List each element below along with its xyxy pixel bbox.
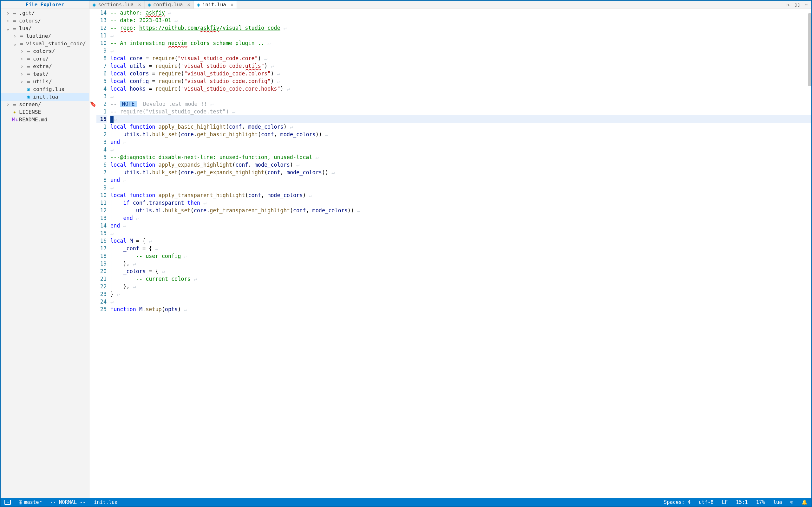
status-filetype[interactable]: lua [771, 499, 785, 505]
code-line[interactable]: │ _conf = { ↵ [110, 245, 811, 252]
code-line[interactable]: │ utils.hl.bulk_set(core.get_expands_hig… [110, 169, 811, 176]
close-icon[interactable]: × [231, 2, 234, 8]
code-line[interactable]: │ }, ↵ [110, 283, 811, 290]
tabs-bar: File Explorer ◉sections.lua×◉config.lua×… [1, 1, 811, 9]
tree-item-config-lua[interactable]: ◉config.lua [1, 86, 89, 93]
vim-mode: -- NORMAL -- [48, 499, 88, 505]
code-line[interactable]: │ _colors = { ↵ [110, 268, 811, 275]
tree-item-colors-[interactable]: ›▬colors/ [1, 17, 89, 25]
gutter-mark [90, 191, 96, 199]
split-editor-icon[interactable]: ▯▯ [794, 2, 800, 8]
code-line[interactable]: │ if conf.transparent then ↵ [110, 199, 811, 207]
tree-item-lualine-[interactable]: ›▬lualine/ [1, 32, 89, 40]
tree-item-label: colors/ [19, 17, 41, 25]
tree-item-LICENSE[interactable]: ✦LICENSE [1, 108, 89, 116]
code-line[interactable]: ↵ [110, 115, 811, 123]
line-number: 9 [96, 184, 107, 191]
gutter-mark [90, 268, 96, 275]
scrollbar[interactable] [808, 9, 811, 498]
code-line[interactable]: -- An interesting neovim colors scheme p… [110, 39, 811, 47]
code-line[interactable]: local function apply_expands_highlight(c… [110, 161, 811, 169]
code-line[interactable]: ↵ [110, 47, 811, 55]
tree-item-screen-[interactable]: ›▬screen/ [1, 101, 89, 108]
lua-file-icon: ◉ [93, 2, 96, 8]
code-line[interactable]: end ↵ [110, 138, 811, 146]
code-line[interactable]: │ utils.hl.bulk_set(core.get_basic_highl… [110, 130, 811, 138]
code-line[interactable]: -- author: askfiy ↵ [110, 9, 811, 16]
gutter-mark [90, 161, 96, 169]
code-line[interactable]: -- require("visual_studio_code.test") ↵ [110, 108, 811, 115]
code-line[interactable]: -- NOTE Develop test mode !! ↵ [110, 100, 811, 108]
tree-item-label: extra/ [33, 63, 52, 70]
code-line[interactable]: │ │ -- current colors ↵ [110, 275, 811, 283]
gutter-mark [90, 55, 96, 62]
code-line[interactable]: local function apply_basic_highlight(con… [110, 123, 811, 130]
code-line[interactable]: │ end ↵ [110, 214, 811, 222]
gutter-mark [90, 275, 96, 283]
tab-sections-lua[interactable]: ◉sections.lua× [90, 1, 145, 9]
more-icon[interactable]: ⋯ [805, 2, 808, 8]
code-line[interactable]: │ │ utils.hl.bulk_set(core.get_transpare… [110, 207, 811, 214]
status-position[interactable]: 15:1 [733, 499, 750, 505]
gutter-mark [90, 138, 96, 146]
code-line[interactable]: function M.setup(opts) ↵ [110, 305, 811, 313]
code-line[interactable]: end ↵ [110, 176, 811, 184]
code-line[interactable]: local colors = require("visual_studio_co… [110, 70, 811, 77]
tree-item-visual_studio_code-[interactable]: ⌄▬visual_studio_code/ [1, 40, 89, 48]
tree-item-utils-[interactable]: ›▬utils/ [1, 78, 89, 86]
status-spaces[interactable]: Spaces: 4 [661, 499, 693, 505]
line-number: 15 [96, 229, 107, 237]
line-number: 23 [96, 290, 107, 298]
code-line[interactable]: } ↵ [110, 290, 811, 298]
close-icon[interactable]: × [138, 2, 141, 8]
code-line[interactable]: local hooks = require("visual_studio_cod… [110, 85, 811, 93]
status-eol[interactable]: LF [719, 499, 730, 505]
tree-item--git-[interactable]: ›▬.git/ [1, 9, 89, 17]
code-line[interactable]: ↵ [110, 93, 811, 100]
tree-item-colors-[interactable]: ›▬colors/ [1, 48, 89, 55]
tab-init-lua[interactable]: ◉init.lua× [194, 1, 237, 9]
code-line[interactable]: │ │ -- user config ↵ [110, 252, 811, 260]
tree-item-init-lua[interactable]: ◉init.lua [1, 93, 89, 101]
status-encoding[interactable]: utf-8 [696, 499, 716, 505]
tab-config-lua[interactable]: ◉config.lua× [145, 1, 194, 9]
tree-item-extra-[interactable]: ›▬extra/ [1, 63, 89, 70]
tree-item-label: test/ [33, 70, 49, 78]
gutter-mark [90, 237, 96, 245]
line-number: 2 [96, 130, 107, 138]
file-explorer[interactable]: ›▬.git/›▬colors/⌄▬lua/›▬lualine/⌄▬visual… [1, 9, 90, 498]
tree-item-core-[interactable]: ›▬core/ [1, 55, 89, 63]
gutter-mark [90, 252, 96, 260]
editor[interactable]: 🔖 14131211109876543211512345678910111213… [90, 9, 811, 498]
lua-file-icon: ◉ [26, 93, 31, 101]
tree-item-lua-[interactable]: ⌄▬lua/ [1, 25, 89, 32]
code-line[interactable]: ↵ [110, 146, 811, 153]
code-line[interactable]: local config = require("visual_studio_co… [110, 77, 811, 85]
code-line[interactable]: local utils = require("visual_studio_cod… [110, 62, 811, 70]
code-line[interactable]: end ↵ [110, 222, 811, 229]
code-line[interactable]: ---@diagnostic disable-next-line: unused… [110, 153, 811, 161]
code-line[interactable]: local core = require("visual_studio_code… [110, 55, 811, 62]
code-line[interactable]: local M = { ↵ [110, 237, 811, 245]
code-line[interactable]: local function apply_transparent_highlig… [110, 191, 811, 199]
terminal-icon[interactable]: > [2, 500, 13, 505]
run-icon[interactable]: ▷ [787, 2, 790, 8]
code-line[interactable]: -- repo: https://github.com/askfiy/visua… [110, 24, 811, 32]
code-line[interactable]: ↵ [110, 32, 811, 39]
tree-item-label: LICENSE [19, 108, 41, 116]
notifications-icon[interactable]: 🔔 [799, 499, 810, 505]
tree-item-test-[interactable]: ›▬test/ [1, 70, 89, 78]
close-icon[interactable]: × [187, 2, 190, 8]
code-line[interactable]: ↵ [110, 229, 811, 237]
tree-item-README-md[interactable]: M↓README.md [1, 116, 89, 124]
line-number: 19 [96, 260, 107, 268]
feedback-icon[interactable]: ☺ [788, 499, 796, 505]
code-line[interactable]: ↵ [110, 298, 811, 305]
code-line[interactable]: ↵ [110, 184, 811, 191]
folder-icon: ▬ [26, 48, 31, 55]
code-line[interactable]: │ }, ↵ [110, 260, 811, 268]
chevron-icon: › [13, 32, 17, 40]
git-branch[interactable]: ᛤ master [16, 499, 44, 505]
folder-icon: ▬ [12, 101, 17, 108]
code-line[interactable]: -- date: 2023-03-01 ↵ [110, 16, 811, 24]
